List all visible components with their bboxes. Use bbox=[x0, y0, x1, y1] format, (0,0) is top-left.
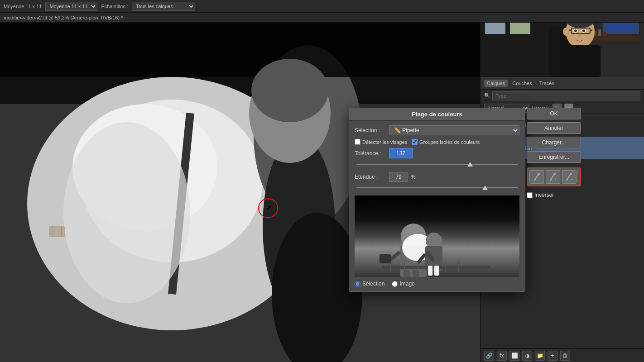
selection-radio-item: Sélection bbox=[355, 281, 384, 287]
top-toolbar: Moyenne 11 x 11 Moyenne 11 x 11 Echantil… bbox=[0, 0, 644, 13]
detect-faces-checkbox[interactable] bbox=[355, 139, 360, 145]
folder-icon-btn[interactable]: 📁 bbox=[535, 351, 545, 361]
eyedropper-minus-btn[interactable]: − bbox=[562, 170, 577, 184]
svg-text:−: − bbox=[571, 177, 573, 181]
search-icon: 🔍 bbox=[484, 93, 490, 99]
etendue-input[interactable] bbox=[389, 172, 408, 182]
checkboxes-row: Détecter les visages Groupes isolés de c… bbox=[355, 139, 519, 145]
svg-point-30 bbox=[574, 29, 577, 32]
etendue-label: Etendue : bbox=[355, 174, 386, 180]
inverser-label: Inverser bbox=[534, 192, 554, 198]
tolerance-slider-track bbox=[356, 164, 518, 165]
detect-faces-checkbox-item: Détecter les visages bbox=[355, 139, 407, 145]
fx-icon-btn[interactable]: fx bbox=[497, 351, 507, 361]
preview-area bbox=[355, 195, 519, 277]
inverser-checkbox[interactable] bbox=[527, 192, 533, 198]
selection-label: Sélection : bbox=[355, 127, 386, 133]
etendue-row: Etendue : % bbox=[355, 172, 519, 182]
tolerance-input[interactable] bbox=[389, 148, 413, 158]
eyedropper-plus-btn[interactable]: + bbox=[546, 170, 560, 184]
eyedropper-plus-icon: + bbox=[549, 172, 557, 181]
svg-text:+: + bbox=[554, 177, 557, 181]
svg-point-82 bbox=[566, 179, 568, 181]
svg-rect-69 bbox=[404, 270, 410, 277]
svg-rect-20 bbox=[589, 36, 639, 41]
groupes-checkbox-item: Groupes isolés de couleurs bbox=[412, 139, 480, 145]
svg-point-34 bbox=[563, 28, 568, 36]
tolerance-row: Tolérance : bbox=[355, 148, 519, 158]
enregistrer-button[interactable]: Enregistrer... bbox=[527, 151, 581, 163]
etendue-slider-thumb[interactable] bbox=[482, 186, 488, 190]
adjustment-icon-btn[interactable]: ◑ bbox=[522, 351, 532, 361]
groupes-checkbox[interactable] bbox=[412, 139, 418, 145]
selection-radio[interactable] bbox=[355, 281, 360, 287]
svg-point-74 bbox=[534, 179, 536, 181]
radio-row: Sélection Image bbox=[355, 281, 519, 287]
dialog-body: Sélection : ✏️ Pipette Détecter les visa… bbox=[349, 121, 525, 291]
dialog-titlebar: Plage de couleurs bbox=[349, 108, 525, 121]
eyedropper-normal-btn[interactable] bbox=[529, 170, 544, 184]
search-input[interactable] bbox=[492, 91, 640, 100]
svg-rect-83 bbox=[570, 173, 572, 175]
selection-radio-label: Sélection bbox=[362, 281, 384, 287]
svg-rect-72 bbox=[434, 266, 439, 276]
percent-label: % bbox=[411, 174, 416, 180]
etendue-slider-container bbox=[355, 184, 519, 192]
layers-search-row: 🔍 bbox=[481, 90, 644, 102]
tolerance-label: Tolérance : bbox=[355, 150, 386, 157]
svg-rect-22 bbox=[598, 29, 601, 36]
inverser-row: Inverser bbox=[527, 192, 581, 198]
svg-point-9 bbox=[63, 122, 190, 303]
ok-button[interactable]: OK bbox=[527, 108, 581, 119]
svg-line-77 bbox=[551, 174, 554, 180]
annuler-button[interactable]: Annuler bbox=[527, 122, 581, 134]
moyenne-label: Moyenne 11 x 11 bbox=[4, 4, 42, 9]
dialog-buttons-panel: OK Annuler Charger... Enregistrer... + bbox=[527, 108, 581, 198]
svg-rect-36 bbox=[560, 45, 601, 77]
plage-couleurs-dialog: Plage de couleurs Sélection : ✏️ Pipette… bbox=[349, 108, 525, 292]
image-radio-item: Image bbox=[392, 281, 414, 287]
svg-point-15 bbox=[251, 59, 328, 122]
selection-dropdown[interactable]: ✏️ Pipette bbox=[389, 125, 519, 135]
groupes-label: Groupes isolés de couleurs bbox=[419, 139, 480, 145]
image-radio[interactable] bbox=[392, 281, 398, 287]
svg-rect-8 bbox=[0, 23, 480, 77]
eyedropper-minus-icon: − bbox=[565, 172, 573, 181]
svg-rect-10 bbox=[49, 226, 65, 237]
svg-rect-70 bbox=[413, 270, 419, 277]
link-icon-btn[interactable]: 🔗 bbox=[484, 351, 494, 361]
layers-header: Calques Couches Tracés bbox=[481, 77, 644, 90]
calques-select[interactable]: Tous les calques bbox=[132, 2, 195, 11]
delete-layer-icon-btn[interactable]: 🗑 bbox=[560, 351, 570, 361]
etendue-slider-track bbox=[356, 187, 518, 188]
layers-tab[interactable]: Calques bbox=[484, 80, 508, 87]
svg-point-33 bbox=[578, 33, 581, 37]
channels-tab[interactable]: Couches bbox=[509, 80, 534, 87]
charger-button[interactable]: Charger... bbox=[527, 137, 581, 148]
echantillon-label: Echantillon : bbox=[101, 4, 128, 9]
title-bar: modifier-video-v2.tif @ 59,2% (Arrière-p… bbox=[0, 13, 644, 23]
selection-row: Sélection : ✏️ Pipette bbox=[355, 125, 519, 135]
new-layer-icon-btn[interactable]: + bbox=[548, 351, 557, 361]
svg-rect-79 bbox=[553, 173, 556, 175]
tolerance-slider-thumb[interactable] bbox=[467, 162, 473, 167]
moyenne-select[interactable]: Moyenne 11 x 11 bbox=[45, 2, 97, 11]
detect-faces-label: Détecter les visages bbox=[362, 139, 407, 145]
mask-icon-btn[interactable]: ⬜ bbox=[509, 351, 519, 361]
dialog-title: Plage de couleurs bbox=[412, 111, 462, 118]
eyedropper-normal-icon bbox=[533, 172, 540, 181]
svg-rect-23 bbox=[603, 32, 607, 36]
paths-tab[interactable]: Tracés bbox=[537, 80, 557, 87]
eyedropper-toolbar: + − bbox=[527, 167, 581, 186]
svg-rect-68 bbox=[380, 254, 391, 263]
file-title: modifier-video-v2.tif @ 59,2% (Arrière-p… bbox=[4, 15, 123, 20]
svg-point-78 bbox=[550, 179, 552, 181]
layers-footer: 🔗 fx ⬜ ◑ 📁 + 🗑 bbox=[481, 348, 644, 362]
svg-line-81 bbox=[567, 174, 571, 180]
svg-point-32 bbox=[582, 29, 585, 32]
image-radio-label: Image bbox=[399, 281, 414, 287]
preview-svg bbox=[355, 195, 519, 277]
tolerance-slider-container bbox=[355, 160, 519, 168]
svg-rect-71 bbox=[428, 266, 433, 276]
